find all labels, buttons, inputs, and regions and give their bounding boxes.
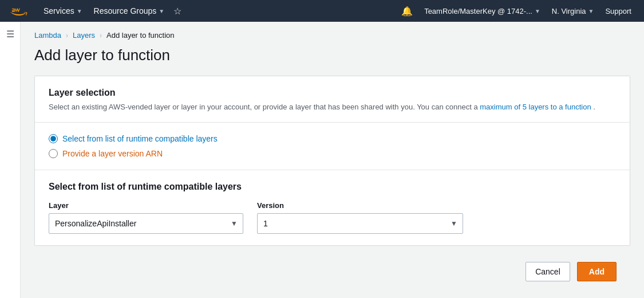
sub-section-title: Select from list of runtime compatible l…	[49, 182, 616, 192]
page-layout: ☰ Lambda › Layers › Add layer to functio…	[0, 22, 644, 298]
account-chevron-icon: ▼	[535, 8, 540, 14]
version-select[interactable]: 1	[257, 213, 463, 234]
breadcrumb-sep-2: ›	[100, 32, 102, 40]
section-desc-text-1: Select an existing AWS-vended layer or l…	[49, 103, 478, 111]
breadcrumb-lambda-link[interactable]: Lambda	[34, 31, 61, 40]
layer-select[interactable]: PersonalizeApiInstaller	[49, 213, 243, 234]
region-menu[interactable]: N. Virginia ▼	[546, 0, 600, 22]
account-menu[interactable]: TeamRole/MasterKey @ 1742-... ▼	[418, 0, 546, 22]
breadcrumb: Lambda › Layers › Add layer to function	[34, 31, 630, 40]
services-label: Services	[44, 6, 74, 15]
cancel-button[interactable]: Cancel	[526, 262, 570, 281]
region-chevron-icon: ▼	[588, 8, 594, 14]
radio-option-list[interactable]: Select from list of runtime compatible l…	[49, 134, 616, 143]
subsection-divider	[35, 170, 630, 170]
support-label: Support	[605, 7, 631, 15]
radio-arn-label: Provide a layer version ARN	[62, 149, 163, 158]
region-label: N. Virginia	[552, 7, 586, 15]
add-button[interactable]: Add	[577, 262, 617, 281]
layer-selection-title: Layer selection	[49, 88, 616, 98]
aws-logo[interactable]	[7, 4, 29, 18]
resource-groups-nav[interactable]: Resource Groups ▼	[88, 0, 171, 22]
page-footer: Cancel Add	[34, 255, 630, 288]
radio-list-label: Select from list of runtime compatible l…	[62, 134, 218, 143]
max-layers-link[interactable]: maximum of 5 layers to a function	[480, 103, 591, 111]
layer-field-group: Layer PersonalizeApiInstaller ▼	[49, 201, 243, 234]
layer-select-wrapper: PersonalizeApiInstaller ▼	[49, 213, 243, 234]
radio-group: Select from list of runtime compatible l…	[49, 134, 616, 158]
breadcrumb-layers-link[interactable]: Layers	[73, 31, 95, 40]
field-row: Layer PersonalizeApiInstaller ▼ Version …	[49, 201, 616, 234]
top-navigation: Services ▼ Resource Groups ▼ ☆ 🔔 TeamRol…	[0, 0, 644, 22]
resource-groups-label: Resource Groups	[94, 6, 157, 15]
favorites-icon[interactable]: ☆	[173, 6, 181, 17]
account-label: TeamRole/MasterKey @ 1742-...	[424, 7, 532, 15]
page-title: Add layer to function	[34, 46, 630, 64]
breadcrumb-sep-1: ›	[66, 32, 68, 40]
nav-right-section: 🔔 TeamRole/MasterKey @ 1742-... ▼ N. Vir…	[396, 0, 637, 22]
version-field-label: Version	[257, 201, 463, 210]
hamburger-icon: ☰	[6, 29, 14, 40]
version-select-wrapper: 1 ▼	[257, 213, 463, 234]
section-divider	[35, 122, 630, 123]
layer-field-label: Layer	[49, 201, 243, 210]
services-nav[interactable]: Services ▼	[38, 0, 88, 22]
section-desc-text-2: .	[593, 103, 595, 111]
radio-arn-input[interactable]	[49, 149, 58, 158]
version-field-group: Version 1 ▼	[257, 201, 463, 234]
radio-list-input[interactable]	[49, 134, 58, 143]
resource-groups-chevron-icon: ▼	[159, 8, 164, 14]
notifications-bell-icon[interactable]: 🔔	[401, 6, 413, 17]
sidebar-toggle-button[interactable]: ☰	[0, 22, 21, 298]
breadcrumb-current: Add layer to function	[106, 31, 175, 40]
services-chevron-icon: ▼	[77, 8, 82, 14]
support-menu[interactable]: Support	[599, 0, 637, 22]
radio-option-arn[interactable]: Provide a layer version ARN	[49, 149, 616, 158]
layer-selection-card: Layer selection Select an existing AWS-v…	[34, 76, 630, 246]
layer-selection-description: Select an existing AWS-vended layer or l…	[49, 101, 616, 113]
main-content: Lambda › Layers › Add layer to function …	[21, 22, 644, 298]
